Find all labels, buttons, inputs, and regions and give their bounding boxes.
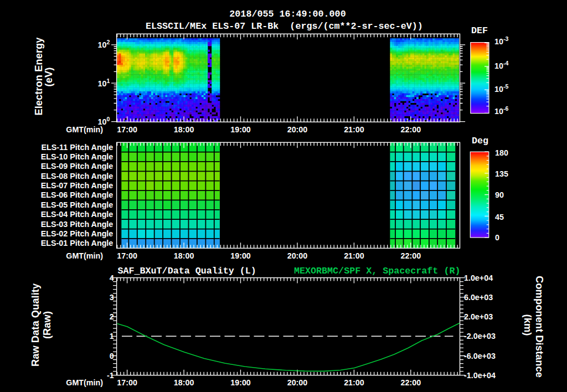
svg-text:17:00: 17:00 (117, 125, 137, 134)
svg-text:(km): (km) (522, 314, 534, 336)
svg-text:ELS-01 Pitch Angle: ELS-01 Pitch Angle (41, 239, 114, 247)
svg-text:DEF: DEF (471, 25, 488, 36)
svg-text:21:00: 21:00 (344, 378, 364, 387)
svg-text:19:00: 19:00 (230, 125, 251, 134)
svg-text:-6.0e+03: -6.0e+03 (464, 352, 496, 360)
svg-text:Raw Data Quality: Raw Data Quality (29, 283, 41, 367)
svg-text:(eV): (eV) (43, 68, 54, 87)
svg-text:ELS-05 Pitch Angle: ELS-05 Pitch Angle (41, 200, 114, 209)
svg-text:ELS-03 Pitch Angle: ELS-03 Pitch Angle (41, 220, 114, 229)
svg-text:18:00: 18:00 (174, 125, 194, 134)
svg-text:0: 0 (495, 233, 499, 242)
svg-text:ELS-09 Pitch Angle: ELS-09 Pitch Angle (41, 162, 114, 171)
svg-text:SAF_BXuT/Data Quality (L): SAF_BXuT/Data Quality (L) (118, 266, 256, 276)
svg-text:17:00: 17:00 (117, 251, 137, 260)
svg-text:-2.0e+03: -2.0e+03 (464, 332, 496, 341)
svg-text:(Raw): (Raw) (41, 311, 53, 339)
svg-text:MEXORBMC/SPF X, Spacecraft (R): MEXORBMC/SPF X, Spacecraft (R) (294, 266, 460, 276)
svg-text:ELS-07 Pitch Angle: ELS-07 Pitch Angle (41, 181, 114, 190)
svg-text:1.0e+04: 1.0e+04 (464, 274, 493, 282)
svg-text:ELS-11 Pitch Angle: ELS-11 Pitch Angle (42, 143, 114, 152)
svg-text:22:00: 22:00 (401, 125, 421, 134)
svg-text:ELS-08 Pitch Angle: ELS-08 Pitch Angle (41, 172, 114, 180)
svg-text:20:00: 20:00 (287, 378, 308, 387)
svg-text:2: 2 (110, 312, 114, 321)
svg-text:GMT(min): GMT(min) (66, 125, 103, 134)
svg-text:22:00: 22:00 (401, 251, 421, 260)
svg-text:3: 3 (110, 293, 114, 302)
svg-text:Component Distance: Component Distance (534, 276, 545, 378)
svg-text:4: 4 (110, 274, 114, 282)
svg-text:18:00: 18:00 (174, 251, 194, 260)
svg-text:Deg: Deg (472, 136, 488, 146)
svg-text:0: 0 (110, 352, 114, 360)
svg-text:ELSSCIL/MEx ELS-07 LR-Bk (erg: ELSSCIL/MEx ELS-07 LR-Bk (ergs/(cm**2-sr… (146, 21, 423, 32)
svg-text:19:00: 19:00 (230, 378, 251, 387)
svg-text:180: 180 (495, 148, 508, 157)
svg-text:1: 1 (110, 332, 114, 341)
svg-text:2.0e+03: 2.0e+03 (464, 312, 493, 321)
svg-text:90: 90 (495, 190, 504, 199)
svg-text:GMT(min): GMT(min) (66, 251, 103, 260)
svg-text:18:00: 18:00 (174, 378, 194, 387)
svg-text:20:00: 20:00 (287, 251, 308, 260)
svg-text:-1: -1 (107, 371, 114, 380)
svg-text:ELS-04 Pitch Angle: ELS-04 Pitch Angle (41, 210, 114, 219)
svg-text:-1.0e+04: -1.0e+04 (464, 371, 496, 380)
svg-text:ELS-10 Pitch Angle: ELS-10 Pitch Angle (41, 152, 114, 161)
svg-text:ELS-02 Pitch Angle: ELS-02 Pitch Angle (41, 229, 114, 238)
svg-text:17:00: 17:00 (117, 378, 137, 387)
svg-text:20:00: 20:00 (287, 125, 308, 134)
svg-text:21:00: 21:00 (344, 251, 364, 260)
svg-text:6.0e+03: 6.0e+03 (464, 293, 493, 302)
svg-text:22:00: 22:00 (401, 378, 421, 387)
svg-text:135: 135 (495, 169, 508, 178)
svg-text:ELS-06 Pitch Angle: ELS-06 Pitch Angle (41, 190, 114, 199)
svg-text:21:00: 21:00 (344, 125, 364, 134)
svg-text:GMT(min): GMT(min) (66, 378, 103, 387)
svg-text:19:00: 19:00 (230, 251, 251, 260)
svg-text:2018/055 16:49:00.000: 2018/055 16:49:00.000 (229, 9, 346, 19)
svg-text:45: 45 (495, 213, 504, 221)
